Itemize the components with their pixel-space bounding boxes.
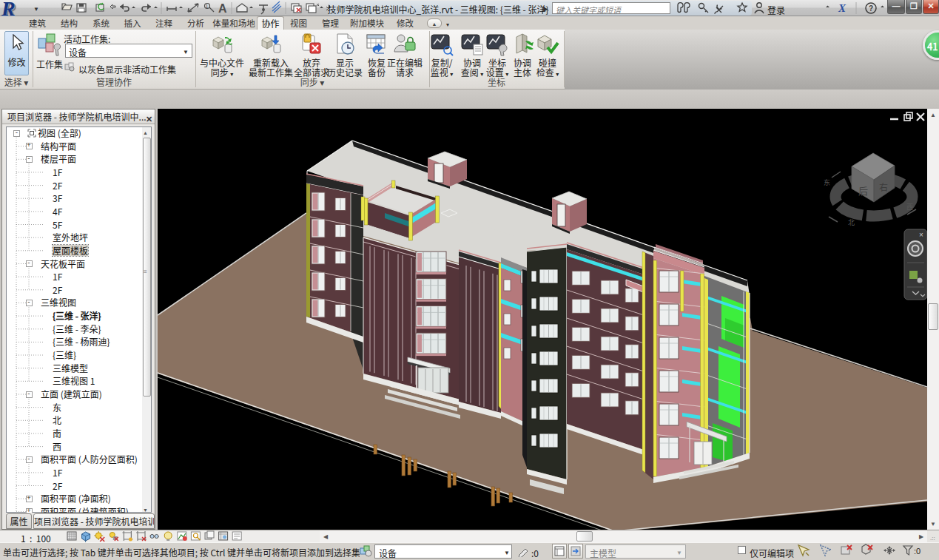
svg-text:后: 后 [858,183,868,198]
svg-text:X: X [838,2,847,14]
svg-text:东: 东 [824,178,830,187]
svg-text::0: :0 [914,547,921,556]
svg-text:?: ? [869,4,873,13]
svg-text:北: 北 [848,217,855,227]
svg-text:西: 西 [906,202,913,212]
svg-text:×: × [919,231,923,239]
svg-text:右: 右 [879,181,888,193]
svg-text:A: A [218,2,227,15]
svg-text:1: 1 [206,2,209,10]
